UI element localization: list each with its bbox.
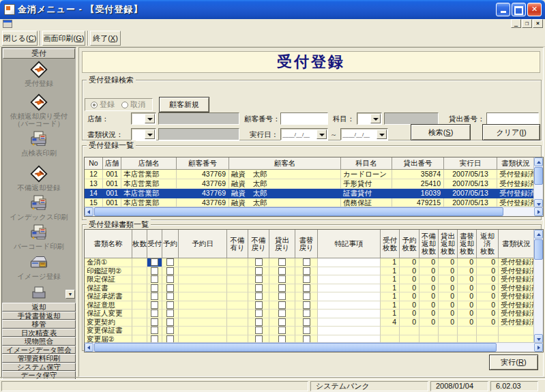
checkbox[interactable] <box>278 327 286 334</box>
checkbox[interactable] <box>303 258 310 266</box>
checkbox[interactable] <box>278 310 286 317</box>
docs-note-cell[interactable] <box>318 327 381 335</box>
sidebar-menu-3[interactable]: 移管 <box>2 320 76 329</box>
clear-button[interactable]: クリア(I) <box>482 124 540 140</box>
docs-note-cell[interactable] <box>318 318 381 327</box>
checkbox[interactable] <box>151 267 158 275</box>
search-button[interactable]: 検索(S) <box>411 124 471 140</box>
docs-note-cell[interactable] <box>318 292 381 301</box>
checkbox[interactable] <box>151 258 158 266</box>
execute-button[interactable]: 実行(R) <box>489 355 538 370</box>
checkbox[interactable] <box>303 275 310 283</box>
docs-hscrollbar[interactable] <box>85 342 543 352</box>
scroll-thumb[interactable] <box>94 207 503 216</box>
subject-combo[interactable] <box>357 112 382 125</box>
docs-note-cell[interactable] <box>318 267 381 276</box>
checkbox[interactable] <box>303 327 310 334</box>
checkbox[interactable] <box>151 318 158 326</box>
sidebar-item-5[interactable]: インデックス印刷 <box>2 194 76 221</box>
scroll-thumb[interactable] <box>534 167 543 185</box>
mdi-minimize-button[interactable]: _ <box>511 19 521 28</box>
docs-note-cell[interactable] <box>318 284 381 293</box>
store-combo[interactable] <box>131 112 156 125</box>
sidebar-item-6[interactable]: バーコード印刷 <box>2 224 76 250</box>
sidebar-menu-1[interactable]: 返却 <box>2 303 76 312</box>
checkbox[interactable] <box>278 258 286 266</box>
docs-note-cell[interactable] <box>318 310 381 318</box>
chevron-down-icon[interactable] <box>370 114 381 123</box>
checkbox[interactable] <box>303 267 310 275</box>
checkbox[interactable] <box>166 275 174 283</box>
checkbox[interactable] <box>278 318 286 326</box>
toolbar-exit-button[interactable]: 終了(X) <box>90 31 121 46</box>
scroll-thumb[interactable] <box>534 239 543 260</box>
list-hscrollbar[interactable] <box>85 207 543 216</box>
checkbox[interactable] <box>151 275 158 283</box>
checkbox[interactable] <box>151 310 158 317</box>
customer-no-input[interactable] <box>280 112 328 125</box>
sidebar-menu-8[interactable]: システム保守 <box>2 363 76 372</box>
docs-vscrollbar[interactable] <box>533 230 543 343</box>
checkbox[interactable] <box>151 327 158 334</box>
chevron-down-icon[interactable] <box>145 114 155 123</box>
new-customer-button[interactable]: 顧客新規 <box>159 97 209 112</box>
checkbox[interactable] <box>278 292 286 300</box>
checkbox[interactable] <box>278 301 286 309</box>
more-dropdown-button[interactable]: ▼ <box>65 290 75 299</box>
checkbox[interactable] <box>166 327 174 334</box>
checkbox[interactable] <box>255 310 263 317</box>
checkbox[interactable] <box>303 310 310 317</box>
checkbox[interactable] <box>278 284 286 292</box>
chevron-down-icon[interactable] <box>316 130 327 139</box>
scroll-right-icon[interactable] <box>534 343 543 352</box>
sidebar-menu-9[interactable]: データ保守 <box>2 371 76 380</box>
sidebar-item-4[interactable]: 不備返却登録 <box>2 165 76 192</box>
toolbar-print-button[interactable]: 画面印刷(G) <box>42 31 85 46</box>
docs-note-cell[interactable] <box>318 301 381 310</box>
exec-date-from-combo[interactable]: ____/__/__ <box>280 128 328 140</box>
docs-note-cell[interactable] <box>318 258 381 267</box>
list-vscrollbar[interactable] <box>533 157 543 208</box>
list-row[interactable]: 14001本店営業部437769融資 太郎証書貸付160392007/05/13… <box>85 189 543 198</box>
sidebar-item-3[interactable]: 点検表印刷 <box>2 130 76 157</box>
scroll-up-icon[interactable] <box>534 157 543 166</box>
checkbox[interactable] <box>255 258 263 266</box>
exec-date-to-combo[interactable]: ____/__/__ <box>340 128 388 140</box>
chevron-down-icon[interactable] <box>377 130 387 139</box>
sidebar-menu-7[interactable]: 管理資料印刷 <box>2 354 76 363</box>
loan-no-input[interactable] <box>486 112 539 125</box>
scroll-thumb[interactable] <box>94 343 497 352</box>
scroll-left-icon[interactable] <box>85 207 93 216</box>
checkbox[interactable] <box>278 267 286 275</box>
checkbox[interactable] <box>255 292 263 300</box>
checkbox[interactable] <box>166 318 174 326</box>
list-row[interactable]: 12001本店営業部437769融資 太郎カードローン358742007/05/… <box>85 170 543 179</box>
checkbox[interactable] <box>151 301 158 309</box>
checkbox[interactable] <box>303 318 310 326</box>
sidebar-item-7[interactable]: イメージ登録 <box>2 254 76 280</box>
minimize-button[interactable] <box>496 3 510 16</box>
sidebar-menu-5[interactable]: 現物照合 <box>2 337 76 346</box>
doc-status-combo[interactable] <box>131 128 156 140</box>
checkbox[interactable] <box>255 275 263 283</box>
sidebar-item-2[interactable]: 依頼返却戻り受付 （バーコード） <box>2 93 76 127</box>
list-row[interactable]: 13001本店営業部437769融資 太郎手形貸付254102007/05/13… <box>85 179 543 189</box>
checkbox[interactable] <box>303 292 310 300</box>
sidebar-menu-4[interactable]: 日次精査表 <box>2 329 76 337</box>
checkbox[interactable] <box>166 310 174 317</box>
checkbox[interactable] <box>303 301 310 309</box>
chevron-down-icon[interactable] <box>145 130 155 139</box>
restore-button[interactable] <box>512 3 526 16</box>
checkbox[interactable] <box>255 301 263 309</box>
checkbox[interactable] <box>166 284 174 292</box>
scroll-right-icon[interactable] <box>534 207 543 216</box>
scroll-left-icon[interactable] <box>85 343 93 352</box>
checkbox[interactable] <box>255 327 263 334</box>
close-button[interactable] <box>527 3 542 16</box>
checkbox[interactable] <box>151 292 158 300</box>
sidebar-menu-6[interactable]: イメージデータ照会 <box>2 346 76 355</box>
sidebar-menu-2[interactable]: 手貸書替返却 <box>2 312 76 320</box>
checkbox[interactable] <box>166 267 174 275</box>
scroll-up-icon[interactable] <box>534 230 543 239</box>
checkbox[interactable] <box>255 267 263 275</box>
